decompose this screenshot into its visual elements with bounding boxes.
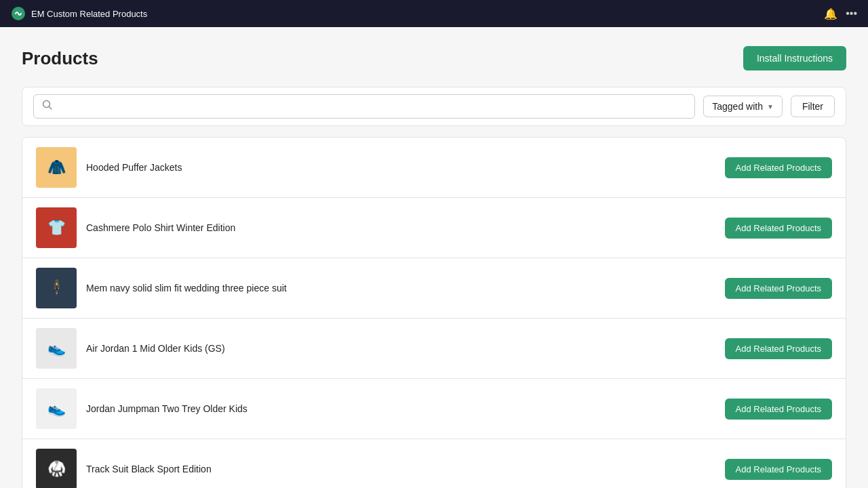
- add-related-products-button[interactable]: Add Related Products: [725, 338, 832, 359]
- search-input[interactable]: [58, 101, 686, 112]
- products-list: 🧥Hooded Puffer JacketsAdd Related Produc…: [22, 137, 846, 488]
- product-name: Mem navy solid slim fit wedding three pi…: [86, 283, 715, 293]
- topbar-right: 🔔 •••: [824, 7, 857, 20]
- bell-icon[interactable]: 🔔: [824, 7, 837, 20]
- filter-button[interactable]: Filter: [791, 96, 835, 117]
- app-title: EM Custom Related Products: [31, 9, 147, 19]
- page-title: Products: [22, 48, 98, 69]
- app-logo-icon: [11, 6, 26, 21]
- product-name: Hooded Puffer Jackets: [86, 162, 715, 173]
- product-thumbnail: 👟: [36, 388, 77, 429]
- add-related-products-button[interactable]: Add Related Products: [725, 399, 832, 420]
- header-row: Products Install Instructions: [22, 46, 846, 70]
- main-content: Products Install Instructions Tagged wit…: [0, 27, 868, 488]
- topbar: EM Custom Related Products 🔔 •••: [0, 0, 868, 27]
- product-row: 👕Cashmere Polo Shirt Winter EditionAdd R…: [22, 198, 846, 258]
- more-icon[interactable]: •••: [846, 7, 857, 20]
- product-name: Jordan Jumpman Two Trey Older Kids: [86, 403, 715, 414]
- product-row: 👟Jordan Jumpman Two Trey Older KidsAdd R…: [22, 379, 846, 439]
- product-name: Track Suit Black Sport Edition: [86, 464, 715, 474]
- add-related-products-button[interactable]: Add Related Products: [725, 157, 832, 178]
- add-related-products-button[interactable]: Add Related Products: [725, 278, 832, 299]
- add-related-products-button[interactable]: Add Related Products: [725, 218, 832, 239]
- product-thumbnail: 🕴: [36, 268, 77, 308]
- product-thumbnail: 🥋: [36, 449, 77, 488]
- search-bar: Tagged with ▼ Filter: [22, 87, 846, 126]
- product-row: 🥋Track Suit Black Sport EditionAdd Relat…: [22, 439, 846, 488]
- add-related-products-button[interactable]: Add Related Products: [725, 459, 832, 480]
- product-row: 🧥Hooded Puffer JacketsAdd Related Produc…: [22, 138, 846, 198]
- product-row: 🕴Mem navy solid slim fit wedding three p…: [22, 258, 846, 319]
- chevron-down-icon: ▼: [767, 103, 774, 110]
- product-name: Air Jordan 1 Mid Older Kids (GS): [86, 343, 715, 354]
- search-field-wrapper: [33, 94, 695, 119]
- product-row: 👟Air Jordan 1 Mid Older Kids (GS)Add Rel…: [22, 319, 846, 379]
- product-thumbnail: 👟: [36, 328, 77, 369]
- product-name: Cashmere Polo Shirt Winter Edition: [86, 222, 715, 233]
- product-thumbnail: 👕: [36, 207, 77, 248]
- tagged-with-button[interactable]: Tagged with ▼: [703, 96, 783, 117]
- topbar-left: EM Custom Related Products: [11, 6, 147, 21]
- install-instructions-button[interactable]: Install Instructions: [743, 46, 846, 70]
- product-thumbnail: 🧥: [36, 147, 77, 188]
- search-icon: [42, 100, 53, 113]
- tagged-with-label: Tagged with: [712, 101, 763, 112]
- svg-line-2: [50, 107, 52, 110]
